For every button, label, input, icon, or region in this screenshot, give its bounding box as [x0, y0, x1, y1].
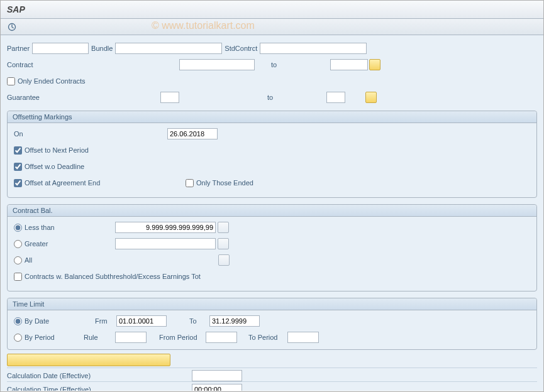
contract-row: Contract to — [7, 58, 537, 72]
only-those-checkbox[interactable] — [186, 179, 194, 187]
less-than-radio[interactable] — [14, 224, 22, 232]
on-input[interactable] — [167, 128, 218, 139]
less-than-label: Less than — [25, 224, 113, 231]
frm-input[interactable] — [116, 315, 167, 327]
guarantee-to-label: to — [267, 94, 324, 101]
only-ended-label: Only Ended Contracts — [18, 77, 86, 85]
calc-time-input[interactable] — [192, 384, 242, 391]
offsetting-fieldset: Offsetting Markings On Offset to Next Pe… — [7, 111, 537, 198]
rule-label: Rule — [84, 334, 113, 341]
to-input[interactable] — [209, 315, 260, 327]
stdcontract-input[interactable] — [260, 43, 367, 54]
execute-icon[interactable] — [6, 21, 18, 33]
offset-wo-checkbox[interactable] — [14, 163, 22, 171]
byperiod-radio[interactable] — [14, 334, 22, 342]
guarantee-more-button[interactable] — [365, 92, 377, 103]
greater-input[interactable] — [115, 238, 216, 249]
guarantee-row: Guarantee to — [7, 90, 537, 104]
contract-label: Contract — [7, 61, 177, 68]
subthreshold-label: Contracts w. Balanced Subthreshold/Exces… — [25, 273, 201, 280]
greater-radio[interactable] — [14, 240, 22, 248]
greater-unit-button[interactable] — [218, 238, 229, 249]
offset-agree-label: Offset at Agreement End — [25, 179, 183, 187]
offset-wo-label: Offset w.o Deadline — [25, 163, 84, 170]
page-title: SAP — [7, 4, 537, 14]
offset-next-label: Offset to Next Period — [25, 146, 89, 154]
all-radio[interactable] — [14, 256, 22, 264]
greater-label: Greater — [25, 240, 113, 248]
timelimit-fieldset: Time Limit By Date Frm To By Period Rule… — [7, 298, 537, 350]
bundle-input[interactable] — [115, 43, 222, 54]
less-than-input[interactable] — [115, 222, 216, 233]
offset-agree-checkbox[interactable] — [14, 179, 22, 187]
calc-date-input[interactable] — [192, 370, 242, 381]
byperiod-label: By Period — [25, 334, 81, 341]
calc-time-label: Calculation Time (Effective) — [7, 386, 189, 391]
rule-input[interactable] — [115, 332, 147, 343]
only-ended-checkbox[interactable] — [7, 77, 15, 85]
all-unit-button[interactable] — [218, 254, 230, 266]
offsetting-title: Offsetting Markings — [8, 111, 536, 123]
calc-time-row: Calculation Time (Effective) — [7, 381, 537, 391]
partner-label: Partner — [7, 45, 30, 52]
title-bar: SAP — [1, 1, 543, 19]
all-label: All — [25, 256, 216, 264]
to-period-label: To Period — [248, 334, 285, 341]
watermark: © www.tutorialkart.com — [152, 20, 255, 31]
partner-input[interactable] — [32, 43, 89, 54]
stdcontract-label: StdContrct — [225, 45, 257, 52]
bydate-radio[interactable] — [14, 317, 22, 325]
contract-from-input[interactable] — [179, 59, 255, 70]
highlight-strip — [7, 354, 170, 366]
frm-label: Frm — [95, 317, 114, 325]
subthreshold-checkbox[interactable] — [14, 273, 22, 281]
contract-to-input[interactable] — [330, 59, 368, 70]
guarantee-to-input[interactable] — [326, 92, 345, 103]
partner-row: Partner Bundle StdContrct — [7, 41, 537, 55]
to-period-input[interactable] — [287, 332, 319, 343]
main-content: Partner Bundle StdContrct Contract to On… — [1, 35, 543, 391]
only-ended-row: Only Ended Contracts — [7, 74, 537, 88]
only-those-label: Only Those Ended — [196, 179, 253, 187]
bydate-label: By Date — [25, 317, 92, 325]
bundle-label: Bundle — [91, 45, 113, 52]
contract-more-button[interactable] — [369, 59, 380, 70]
offset-next-checkbox[interactable] — [14, 146, 22, 155]
calc-date-label: Calculation Date (Effective) — [7, 372, 189, 379]
contractbal-title: Contract Bal. — [8, 205, 536, 217]
contractbal-fieldset: Contract Bal. Less than Greater All — [7, 204, 537, 291]
on-label: On — [14, 130, 165, 138]
guarantee-label: Guarantee — [7, 94, 158, 101]
contract-to-label: to — [271, 61, 328, 68]
from-period-label: From Period — [159, 334, 203, 341]
calc-date-row: Calculation Date (Effective) — [7, 368, 537, 381]
less-than-unit-button[interactable] — [218, 222, 229, 233]
toolbar: © www.tutorialkart.com — [1, 19, 543, 35]
timelimit-title: Time Limit — [8, 298, 536, 310]
guarantee-from-input[interactable] — [160, 92, 179, 103]
from-period-input[interactable] — [206, 332, 237, 343]
to-label: To — [189, 317, 207, 325]
